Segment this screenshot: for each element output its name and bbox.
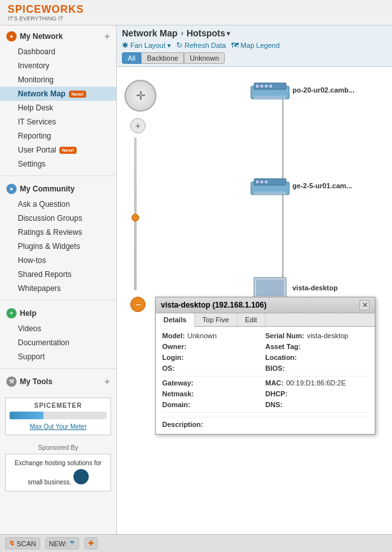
popup-tab-details[interactable]: Details: [156, 313, 195, 327]
popup-row-1: Model: Unknown Owner: Login:: [162, 332, 368, 372]
node-ge25[interactable]: ge-2-5-ur01.cam...: [251, 179, 352, 195]
new-label: NEW:: [49, 540, 68, 548]
zoom-out-btn[interactable]: −: [130, 297, 146, 312]
shared-reports-label: Shared Reports: [18, 270, 72, 279]
divider-1: [0, 175, 116, 176]
spicemeter-link[interactable]: Max Out Your Meter: [30, 423, 87, 430]
sponsored-box: Sponsored By Exchange hosting solutions …: [5, 444, 111, 491]
popup-tab-edit[interactable]: Edit: [237, 313, 266, 326]
new-btn[interactable]: NEW: ☂: [45, 537, 80, 549]
spicemeter-label: SPICEMETER: [10, 402, 107, 409]
netmask-field: Netmask:: [162, 390, 266, 398]
svg-rect-16: [265, 181, 268, 183]
sidebar-item-whitepapers[interactable]: Whitepapers: [0, 281, 116, 295]
filter-all[interactable]: All: [122, 52, 141, 64]
sidebar-item-discussion-groups[interactable]: Discussion Groups: [0, 211, 116, 225]
legend-icon: 🗺: [231, 41, 239, 50]
model-label: Model:: [162, 332, 185, 339]
divider-2: [0, 300, 116, 301]
map-toolbar: ✱ Fan Layout ▾ ↻ Refresh Data 🗺 Map Lege…: [122, 41, 387, 50]
new-extra-btn[interactable]: ✚: [84, 537, 98, 549]
popup-col-right-1: Serial Num: vista-desktop Asset Tag: Loc…: [266, 332, 369, 372]
svg-rect-12: [254, 179, 286, 185]
sidebar-item-settings[interactable]: Settings: [0, 157, 116, 171]
sidebar-item-reporting[interactable]: Reporting: [0, 129, 116, 143]
dashboard-label: Dashboard: [18, 47, 56, 56]
sidebar-item-user-portal[interactable]: User Portal New!: [0, 143, 116, 157]
filter-backbone[interactable]: Backbone: [141, 52, 184, 64]
gateway-label: Gateway:: [162, 379, 193, 387]
sidebar-item-monitoring[interactable]: Monitoring: [0, 73, 116, 87]
breadcrumb-main: Network Map: [122, 28, 177, 38]
refresh-icon: ↻: [176, 41, 183, 50]
dhcp-field: DHCP:: [266, 390, 369, 398]
popup-description-section: Description:: [162, 417, 368, 429]
add-tools-icon[interactable]: +: [105, 377, 110, 387]
sidebar-item-support[interactable]: Support: [0, 350, 116, 364]
svg-rect-5: [254, 96, 286, 99]
my-tools-header[interactable]: ⚒ My Tools +: [0, 373, 116, 390]
sidebar-item-plugins-widgets[interactable]: Plugins & Widgets: [0, 239, 116, 253]
nav-control[interactable]: ✛: [124, 80, 156, 112]
add-network-icon[interactable]: +: [105, 31, 110, 41]
sidebar-item-documentation[interactable]: Documentation: [0, 336, 116, 350]
breadcrumb-sub[interactable]: Hotspots ▾: [186, 28, 230, 38]
popup-tab-topfive[interactable]: Top Five: [195, 313, 237, 326]
node-po20[interactable]: po-20-ur02.camb...: [251, 83, 354, 99]
help-desk-label: Help Desk: [18, 103, 53, 112]
tagline: IT'S EVERYTHING IT: [8, 15, 84, 22]
zoom-slider-thumb[interactable]: [132, 214, 139, 221]
map-legend-btn[interactable]: 🗺 Map Legend: [231, 41, 280, 50]
sidebar-item-dashboard[interactable]: Dashboard: [0, 45, 116, 59]
description-label: Description:: [162, 421, 203, 428]
zoom-slider[interactable]: [134, 137, 137, 290]
bios-field: BIOS:: [266, 364, 369, 372]
sidebar-item-ratings-reviews[interactable]: Ratings & Reviews: [0, 225, 116, 239]
sidebar-item-how-tos[interactable]: How-tos: [0, 253, 116, 267]
sidebar-item-help-desk[interactable]: Help Desk: [0, 101, 116, 115]
asset-tag-field: Asset Tag:: [266, 343, 369, 350]
content-area: Network Map › Hotspots ▾ ✱ Fan Layout ▾ …: [117, 26, 392, 534]
map-canvas[interactable]: ✛ + −: [117, 67, 392, 534]
my-network-header[interactable]: ● My Network +: [0, 28, 116, 45]
my-tools-label: My Tools: [20, 377, 52, 386]
inventory-label: Inventory: [18, 61, 49, 70]
map-legend-label: Map Legend: [241, 41, 280, 49]
refresh-data-btn[interactable]: ↻ Refresh Data: [176, 41, 226, 50]
my-community-header[interactable]: ● My Community: [0, 181, 116, 197]
svg-rect-14: [256, 181, 259, 183]
popup-close-btn[interactable]: ✕: [359, 300, 370, 310]
mac-label: MAC:: [266, 379, 284, 387]
tools-icon: ⚒: [6, 377, 17, 387]
discussion-groups-label: Discussion Groups: [18, 214, 82, 223]
sidebar-item-videos[interactable]: Videos: [0, 322, 116, 336]
monitoring-label: Monitoring: [18, 75, 54, 84]
sidebar-item-ask-question[interactable]: Ask a Question: [0, 197, 116, 211]
serial-value: vista-desktop: [307, 332, 349, 339]
main-layout: ● My Network + Dashboard Inventory Monit…: [0, 26, 392, 534]
filter-unknown[interactable]: Unknown: [184, 52, 225, 64]
popup-col-left-1: Model: Unknown Owner: Login:: [162, 332, 266, 372]
it-services-label: IT Services: [18, 117, 56, 126]
zoom-in-btn[interactable]: +: [130, 118, 146, 133]
whitepapers-label: Whitepapers: [18, 284, 61, 293]
fan-layout-btn[interactable]: ✱ Fan Layout ▾: [122, 41, 171, 50]
device-popup: vista-desktop (192.168.1.106) ✕ Details …: [155, 297, 375, 435]
new-badge-user-portal: New!: [59, 147, 77, 154]
sidebar-item-it-services[interactable]: IT Services: [0, 115, 116, 129]
svg-rect-19: [256, 280, 284, 296]
sidebar-item-shared-reports[interactable]: Shared Reports: [0, 267, 116, 281]
popup-body: Model: Unknown Owner: Login:: [156, 327, 375, 434]
scan-label: SCAN: [17, 540, 36, 548]
help-header[interactable]: + Help: [0, 305, 116, 322]
spicemeter-bar-bg: [10, 412, 107, 419]
plugins-widgets-label: Plugins & Widgets: [18, 242, 80, 251]
ad-box[interactable]: Exchange hosting solutions for small bus…: [5, 454, 111, 491]
domain-label: Domain:: [162, 401, 190, 408]
sidebar-item-network-map[interactable]: Network Map New!: [0, 87, 116, 101]
how-tos-label: How-tos: [18, 256, 46, 265]
settings-label: Settings: [18, 160, 45, 168]
mac-field: MAC: 00:19:D1:86:6D:2E: [266, 379, 369, 387]
scan-btn[interactable]: ↯ SCAN: [5, 537, 40, 549]
sidebar-item-inventory[interactable]: Inventory: [0, 59, 116, 73]
